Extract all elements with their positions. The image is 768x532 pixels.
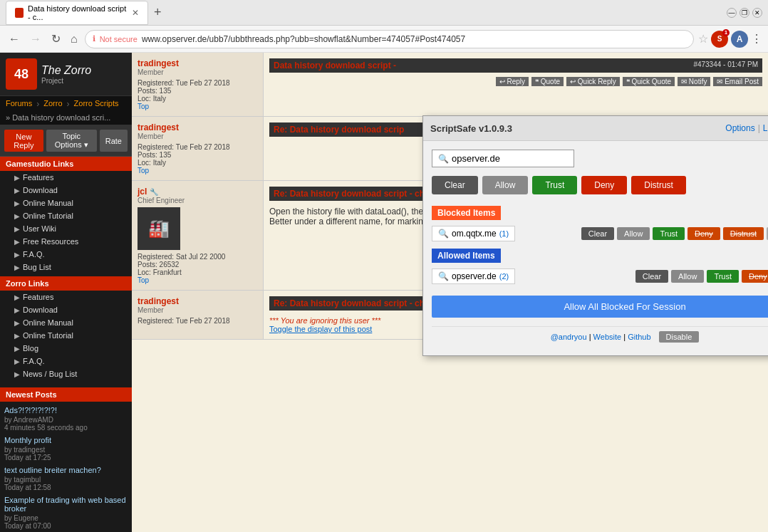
allowed-section: Allowed Items 🔍 opserver.de (2) Clear Al…	[432, 249, 768, 284]
logo-text: The Zorro Project	[41, 64, 91, 85]
blocked-item-domain: 🔍 om.qqtx.me (1)	[432, 226, 515, 241]
domain-input-row: 🔍 opserver.de	[432, 150, 768, 167]
sidebar-item-gs-download[interactable]: ▶Download	[0, 184, 132, 197]
allowed-item-domain: 🔍 opserver.de (2)	[432, 268, 515, 284]
newest-post-4-link[interactable]: Example of trading with web based broker	[4, 496, 128, 513]
url-display[interactable]: www.opserver.de/ubb7/ubbthreads.php?ubb=…	[142, 34, 686, 44]
main-allow-button[interactable]: Allow	[482, 176, 529, 194]
blocked-count-badge: (1)	[499, 229, 509, 238]
minimize-button[interactable]: —	[727, 8, 737, 18]
newest-post-1-link[interactable]: Ads?!?!?!?!?!?!	[4, 406, 128, 414]
allowed-item-row: 🔍 opserver.de (2) Clear Allow Trust Deny	[432, 268, 768, 284]
main-clear-button[interactable]: Clear	[432, 176, 478, 194]
blocked-deny-button[interactable]: Deny	[687, 227, 720, 240]
back-button[interactable]: ←	[6, 31, 23, 47]
new-tab-button[interactable]: +	[151, 5, 165, 20]
active-tab[interactable]: Data history download script - c... ✕	[6, 1, 148, 25]
logo-icon: 48	[6, 58, 37, 90]
sidebar-item-gs-resources[interactable]: ▶Free Resources	[0, 235, 132, 248]
tab-bar: Data history download script - c... ✕ +	[6, 1, 721, 25]
blocked-allow-button[interactable]: Allow	[617, 227, 650, 240]
zorro-scripts-link[interactable]: Zorro Scripts	[74, 99, 119, 109]
allowed-search-icon: 🔍	[438, 271, 449, 281]
main-trust-button[interactable]: Trust	[532, 176, 577, 194]
sidebar-item-gs-buglist[interactable]: ▶Bug List	[0, 261, 132, 273]
forums-link[interactable]: Forums	[6, 99, 32, 109]
newest-post-3-link[interactable]: text outline breiter machen?	[4, 466, 128, 474]
sidebar-item-zorro-features[interactable]: ▶Features	[0, 291, 132, 303]
allowed-deny-button[interactable]: Deny	[742, 270, 768, 283]
forward-button[interactable]: →	[27, 31, 44, 47]
bookmark-button[interactable]: ☆	[698, 32, 708, 46]
sidebar-item-zorro-news[interactable]: ▶News / Bug List	[0, 367, 132, 380]
andryou-link[interactable]: @andryou	[551, 333, 587, 341]
domain-value: opserver.de	[452, 153, 500, 164]
zorro-links-list: ▶Features ▶Download ▶Online Manual ▶Onli…	[0, 291, 132, 380]
website-link[interactable]: Website	[593, 333, 622, 341]
forum-actions: New Reply Topic Options ▾ Rate	[0, 125, 132, 157]
new-reply-button[interactable]: New Reply	[4, 130, 43, 152]
zorro-link[interactable]: Zorro	[43, 99, 62, 109]
page-content: 48 The Zorro Project Forums › Zorro › Zo…	[0, 53, 768, 532]
sidebar-item-zorro-faq[interactable]: ▶F.A.Q.	[0, 355, 132, 367]
blocked-section: Blocked Items 🔍 om.qqtx.me (1) Clear All…	[432, 206, 768, 241]
browser-window: Data history download script - c... ✕ + …	[0, 0, 768, 532]
left-sidebar: 48 The Zorro Project Forums › Zorro › Zo…	[0, 53, 132, 532]
main-content: tradingest Member Registered: Tue Feb 27…	[132, 53, 768, 532]
options-link[interactable]: Options	[725, 123, 754, 133]
browser-menu-button[interactable]: ⋮	[751, 32, 762, 46]
newest-posts-header: Newest Posts	[0, 387, 132, 402]
sidebar-item-gs-manual[interactable]: ▶Online Manual	[0, 197, 132, 209]
allow-all-blocked-button[interactable]: Allow All Blocked For Session	[432, 296, 768, 318]
blocked-distrust-button[interactable]: Distrust	[723, 227, 764, 240]
allowed-clear-button[interactable]: Clear	[635, 270, 668, 283]
main-deny-button[interactable]: Deny	[581, 176, 627, 194]
allowed-section-label: Allowed Items	[432, 249, 501, 263]
sidebar-item-gs-faq[interactable]: ▶F.A.Q.	[0, 248, 132, 261]
popup-body: 🔍 opserver.de Clear Allow Trust Deny Dis…	[423, 141, 768, 355]
sidebar-item-gs-tutorial[interactable]: ▶Online Tutorial	[0, 209, 132, 222]
zorro-section-header: Zorro Links	[0, 276, 132, 291]
popup-footer: @andryou | Website | Github Disable	[432, 326, 768, 347]
tab-title: Data history download script - c...	[28, 4, 128, 21]
allowed-count-badge: (2)	[499, 272, 509, 281]
reload-button[interactable]: ↻	[48, 31, 63, 47]
log-link[interactable]: Log	[763, 123, 768, 133]
blocked-clear-button[interactable]: Clear	[581, 227, 614, 240]
newest-post-2-link[interactable]: Monthly profit	[4, 436, 128, 444]
home-button[interactable]: ⌂	[68, 31, 81, 47]
tab-favicon	[15, 8, 24, 18]
github-link[interactable]: Github	[628, 333, 650, 341]
tab-close-icon[interactable]: ✕	[132, 8, 139, 18]
window-controls: — ❐ ✕	[727, 8, 762, 18]
rate-button[interactable]: Rate	[100, 130, 128, 152]
main-buttons-row: Clear Allow Trust Deny Distrust	[432, 176, 768, 194]
security-icon: ℹ	[93, 34, 95, 43]
sidebar-item-zorro-download[interactable]: ▶Download	[0, 303, 132, 316]
maximize-button[interactable]: ❐	[740, 8, 749, 18]
user-avatar[interactable]: A	[731, 31, 748, 48]
popup-overlay: ScriptSafe v1.0.9.3 Options | Log | ↻ ✕	[132, 53, 768, 532]
blocked-domain-text: om.qqtx.me	[452, 229, 497, 239]
allowed-domain-text: opserver.de	[452, 271, 497, 281]
allowed-trust-button[interactable]: Trust	[707, 270, 739, 283]
search-icon: 🔍	[438, 154, 449, 164]
popup-controls: Options | Log | ↻ ✕	[725, 120, 768, 136]
disable-button[interactable]: Disable	[659, 331, 700, 343]
popup-title: ScriptSafe v1.0.9.3	[430, 123, 512, 134]
extension-button[interactable]: S 1	[711, 31, 728, 48]
sidebar-item-zorro-blog[interactable]: ▶Blog	[0, 342, 132, 355]
blocked-trust-button[interactable]: Trust	[653, 227, 685, 240]
topic-options-button[interactable]: Topic Options ▾	[46, 130, 97, 152]
address-bar[interactable]: ℹ Not secure www.opserver.de/ubb7/ubbthr…	[85, 30, 694, 48]
sidebar-item-gs-wiki[interactable]: ▶User Wiki	[0, 222, 132, 235]
close-window-button[interactable]: ✕	[752, 8, 762, 18]
main-distrust-button[interactable]: Distrust	[631, 176, 686, 194]
allowed-item-buttons: Clear Allow Trust Deny Distrust	[635, 270, 768, 283]
domain-input-box[interactable]: 🔍 opserver.de	[432, 150, 574, 167]
sidebar-item-zorro-tutorial[interactable]: ▶Online Tutorial	[0, 329, 132, 342]
sidebar-item-gs-features[interactable]: ▶Features	[0, 171, 132, 184]
allowed-allow-button[interactable]: Allow	[671, 270, 704, 283]
sidebar-item-zorro-manual[interactable]: ▶Online Manual	[0, 316, 132, 329]
popup-title-bar: ScriptSafe v1.0.9.3 Options | Log | ↻ ✕	[423, 116, 768, 141]
